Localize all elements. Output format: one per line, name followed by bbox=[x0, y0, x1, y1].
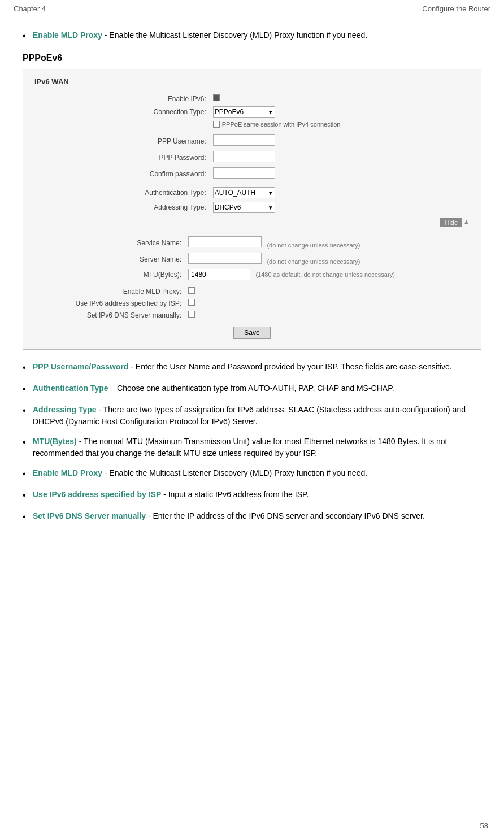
confirm-password-input[interactable] bbox=[213, 167, 275, 179]
bullet-highlight-5: Use IPv6 address specified by ISP bbox=[33, 490, 161, 499]
connection-type-row: Connection Type: PPPoEv6 ▼ bbox=[34, 105, 470, 119]
bullet-text-1: Authentication Type – Choose one authent… bbox=[33, 382, 394, 394]
top-bullet-rest: - Enable the Multicast Listener Discover… bbox=[102, 31, 367, 40]
service-name-row: Service Name: (do not change unless nece… bbox=[34, 234, 470, 251]
top-bullet-text: Enable MLD Proxy - Enable the Multicast … bbox=[33, 29, 367, 41]
same-session-label-cell bbox=[34, 119, 210, 129]
use-ipv6-isp-row: Use IPv6 address specified by ISP: bbox=[34, 297, 470, 309]
service-name-input[interactable] bbox=[188, 236, 262, 247]
section-heading: PPPoEv6 bbox=[23, 53, 481, 63]
connection-type-label: Connection Type: bbox=[34, 105, 210, 119]
bullet-dot-0: • bbox=[23, 361, 33, 375]
server-name-hint: (do not change unless necessary) bbox=[267, 258, 360, 265]
addressing-type-cell: DHCPv6 ▼ bbox=[210, 200, 470, 215]
auth-type-row: Authentication Type: AUTO_AUTH ▼ bbox=[34, 185, 470, 200]
set-ipv6-dns-cell bbox=[185, 309, 470, 321]
bullet-highlight-2: Addressing Type bbox=[33, 405, 97, 414]
bullet-2: • Addressing Type - There are two types … bbox=[23, 404, 481, 428]
set-ipv6-dns-checkbox[interactable] bbox=[188, 311, 195, 318]
mtu-row: MTU(Bytes): 1480 (1480 as default, do no… bbox=[34, 267, 470, 282]
connection-type-select[interactable]: PPPoEv6 ▼ bbox=[213, 106, 275, 118]
advanced-form-table: Service Name: (do not change unless nece… bbox=[34, 234, 470, 321]
enable-ipv6-cell bbox=[210, 93, 470, 105]
bullet-4: • Enable MLD Proxy - Enable the Multicas… bbox=[23, 467, 481, 481]
same-session-checkbox[interactable] bbox=[213, 121, 220, 128]
same-session-cell: PPPoE same session with IPv4 connection bbox=[210, 119, 470, 129]
bullets-section: • PPP Username/Password - Enter the User… bbox=[23, 361, 481, 524]
page-header: Chapter 4 Configure the Router bbox=[0, 0, 504, 18]
mtu-input[interactable]: 1480 bbox=[188, 269, 250, 280]
bullet-dot-1: • bbox=[23, 382, 33, 396]
bullet-rest-1: – Choose one authentication type from AU… bbox=[108, 384, 394, 393]
addressing-type-select[interactable]: DHCPv6 ▼ bbox=[213, 202, 275, 213]
confirm-password-row: Confirm password: bbox=[34, 166, 470, 182]
mtu-cell: 1480 (1480 as default, do not change unl… bbox=[185, 267, 470, 282]
ppp-password-input[interactable] bbox=[213, 151, 275, 162]
auth-type-select[interactable]: AUTO_AUTH ▼ bbox=[213, 187, 275, 198]
ppp-username-cell bbox=[210, 133, 470, 149]
auth-type-value: AUTO_AUTH bbox=[215, 189, 255, 197]
enable-mld-label: Enable MLD Proxy: bbox=[34, 285, 185, 297]
save-button[interactable]: Save bbox=[233, 327, 270, 339]
auth-type-cell: AUTO_AUTH ▼ bbox=[210, 185, 470, 200]
bullet-rest-6: - Enter the IP address of the IPv6 DNS s… bbox=[146, 511, 425, 520]
bullet-dot-4: • bbox=[23, 467, 33, 481]
bullet-3: • MTU(Bytes) - The normal MTU (Maximum T… bbox=[23, 436, 481, 459]
bullet-highlight-1: Authentication Type bbox=[33, 384, 108, 393]
bullet-6: • Set IPv6 DNS Server manually - Enter t… bbox=[23, 510, 481, 524]
section-label: Configure the Router bbox=[422, 5, 490, 13]
hide-button[interactable]: Hide bbox=[440, 218, 462, 227]
server-name-row: Server Name: (do not change unless neces… bbox=[34, 251, 470, 267]
bullet-text-4: Enable MLD Proxy - Enable the Multicast … bbox=[33, 467, 367, 479]
bullet-rest-5: - Input a static IPv6 address from the I… bbox=[161, 490, 309, 499]
set-ipv6-dns-label: Set IPv6 DNS Server manually: bbox=[34, 309, 185, 321]
auth-type-label: Authentication Type: bbox=[34, 185, 210, 200]
mtu-hint: (1480 as default, do not change unless n… bbox=[255, 271, 394, 278]
bullet-text-6: Set IPv6 DNS Server manually - Enter the… bbox=[33, 510, 425, 522]
use-ipv6-isp-checkbox[interactable] bbox=[188, 299, 195, 306]
bullet-highlight-4: Enable MLD Proxy bbox=[33, 468, 102, 477]
hide-arrow: ▲ bbox=[463, 218, 470, 227]
chapter-label: Chapter 4 bbox=[14, 5, 46, 13]
bullet-5: • Use IPv6 address specified by ISP - In… bbox=[23, 489, 481, 502]
ppp-password-row: PPP Password: bbox=[34, 149, 470, 166]
auth-type-arrow: ▼ bbox=[268, 190, 273, 196]
bullet-highlight-3: MTU(Bytes) bbox=[33, 437, 77, 446]
use-ipv6-isp-label: Use IPv6 address specified by ISP: bbox=[34, 297, 185, 309]
bullet-rest-2: - There are two types of assignation for… bbox=[33, 405, 466, 426]
bullet-dot: • bbox=[23, 29, 33, 43]
confirm-password-label: Confirm password: bbox=[34, 166, 210, 182]
bullet-text-5: Use IPv6 address specified by ISP - Inpu… bbox=[33, 489, 309, 501]
same-session-row: PPPoE same session with IPv4 connection bbox=[34, 119, 470, 129]
ppp-username-label: PPP Username: bbox=[34, 133, 210, 149]
service-name-cell: (do not change unless necessary) bbox=[185, 234, 470, 251]
bullet-highlight-0: PPP Username/Password bbox=[33, 362, 128, 371]
confirm-password-cell bbox=[210, 166, 470, 182]
enable-mld-checkbox[interactable] bbox=[188, 287, 195, 294]
enable-ipv6-row: Enable IPv6: bbox=[34, 93, 470, 105]
same-session-label: PPPoE same session with IPv4 connection bbox=[222, 121, 341, 128]
use-ipv6-isp-cell bbox=[185, 297, 470, 309]
ppp-username-row: PPP Username: bbox=[34, 133, 470, 149]
top-bullet-item: • Enable MLD Proxy - Enable the Multicas… bbox=[23, 29, 481, 43]
save-btn-row: Save bbox=[34, 327, 470, 339]
enable-mld-cell bbox=[185, 285, 470, 297]
bullet-text-0: PPP Username/Password - Enter the User N… bbox=[33, 361, 452, 373]
bullet-dot-2: • bbox=[23, 404, 33, 418]
bullet-rest-3: - The normal MTU (Maximum Transmission U… bbox=[33, 437, 447, 458]
server-name-input[interactable] bbox=[188, 253, 262, 264]
ppp-username-input[interactable] bbox=[213, 134, 275, 146]
service-name-hint: (do not change unless necessary) bbox=[267, 242, 360, 249]
top-highlight: Enable MLD Proxy bbox=[33, 31, 102, 40]
bullet-dot-5: • bbox=[23, 489, 33, 502]
addressing-type-arrow: ▼ bbox=[268, 205, 273, 211]
mtu-label: MTU(Bytes): bbox=[34, 267, 185, 282]
bullet-highlight-6: Set IPv6 DNS Server manually bbox=[33, 511, 146, 520]
bullet-dot-6: • bbox=[23, 510, 33, 524]
connection-type-cell: PPPoEv6 ▼ bbox=[210, 105, 470, 119]
server-name-cell: (do not change unless necessary) bbox=[185, 251, 470, 267]
bullet-1: • Authentication Type – Choose one authe… bbox=[23, 382, 481, 396]
enable-ipv6-checkbox[interactable] bbox=[213, 94, 220, 101]
enable-ipv6-label: Enable IPv6: bbox=[34, 93, 210, 105]
addressing-type-row: Addressing Type: DHCPv6 ▼ bbox=[34, 200, 470, 215]
